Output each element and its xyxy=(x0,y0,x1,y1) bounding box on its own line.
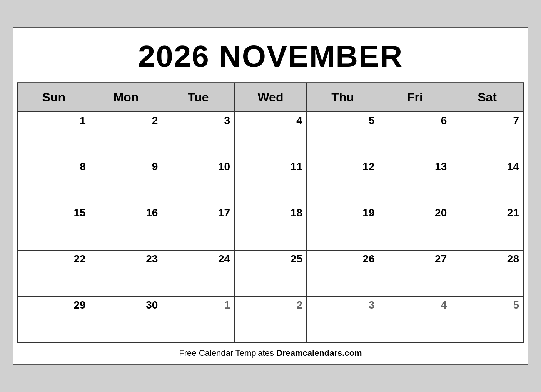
calendar-day: 14 xyxy=(451,158,523,204)
day-header-sun: Sun xyxy=(18,83,90,112)
calendar-day: 15 xyxy=(18,204,90,250)
calendar-day: 6 xyxy=(379,112,451,158)
calendar-day: 3 xyxy=(307,296,379,342)
calendar-day: 1 xyxy=(162,296,234,342)
calendar-day: 13 xyxy=(379,158,451,204)
calendar-day: 5 xyxy=(307,112,379,158)
calendar-day: 23 xyxy=(90,250,162,296)
calendar-day: 21 xyxy=(451,204,523,250)
calendar-day: 17 xyxy=(162,204,234,250)
footer-normal-text: Free Calendar Templates xyxy=(179,348,276,358)
calendar-title: 2026 NOVEMBER xyxy=(17,32,524,83)
calendar-day: 29 xyxy=(18,296,90,342)
calendar-day: 7 xyxy=(451,112,523,158)
calendar-day: 4 xyxy=(234,112,307,158)
calendar-day: 27 xyxy=(379,250,451,296)
calendar-day: 8 xyxy=(18,158,90,204)
calendar-day: 22 xyxy=(18,250,90,296)
calendar-day: 11 xyxy=(234,158,307,204)
calendar-week-2: 891011121314 xyxy=(18,158,523,204)
calendar-day: 12 xyxy=(307,158,379,204)
calendar-week-1: 1234567 xyxy=(18,112,523,158)
calendar-day: 26 xyxy=(307,250,379,296)
footer: Free Calendar Templates Dreamcalendars.c… xyxy=(17,343,524,360)
calendar-day: 24 xyxy=(162,250,234,296)
calendar-week-3: 15161718192021 xyxy=(18,204,523,250)
footer-bold-text: Dreamcalendars.com xyxy=(276,348,362,358)
calendar-day: 9 xyxy=(90,158,162,204)
calendar-day: 25 xyxy=(234,250,307,296)
day-header-sat: Sat xyxy=(451,83,523,112)
day-header-tue: Tue xyxy=(162,83,234,112)
day-header-wed: Wed xyxy=(234,83,307,112)
calendar-day: 16 xyxy=(90,204,162,250)
calendar-day: 28 xyxy=(451,250,523,296)
calendar-day: 4 xyxy=(379,296,451,342)
calendar-day: 5 xyxy=(451,296,523,342)
calendar-day: 18 xyxy=(234,204,307,250)
day-headers-row: SunMonTueWedThuFriSat xyxy=(18,83,523,112)
calendar-day: 3 xyxy=(162,112,234,158)
calendar-day: 30 xyxy=(90,296,162,342)
calendar-week-4: 22232425262728 xyxy=(18,250,523,296)
calendar-day: 20 xyxy=(379,204,451,250)
calendar-table: SunMonTueWedThuFriSat 123456789101112131… xyxy=(17,83,524,343)
calendar-week-5: 293012345 xyxy=(18,296,523,342)
day-header-mon: Mon xyxy=(90,83,162,112)
calendar-day: 10 xyxy=(162,158,234,204)
day-header-thu: Thu xyxy=(307,83,379,112)
calendar-day: 19 xyxy=(307,204,379,250)
calendar-day: 2 xyxy=(234,296,307,342)
calendar-container: 2026 NOVEMBER SunMonTueWedThuFriSat 1234… xyxy=(13,27,528,365)
day-header-fri: Fri xyxy=(379,83,451,112)
calendar-day: 2 xyxy=(90,112,162,158)
calendar-day: 1 xyxy=(18,112,90,158)
